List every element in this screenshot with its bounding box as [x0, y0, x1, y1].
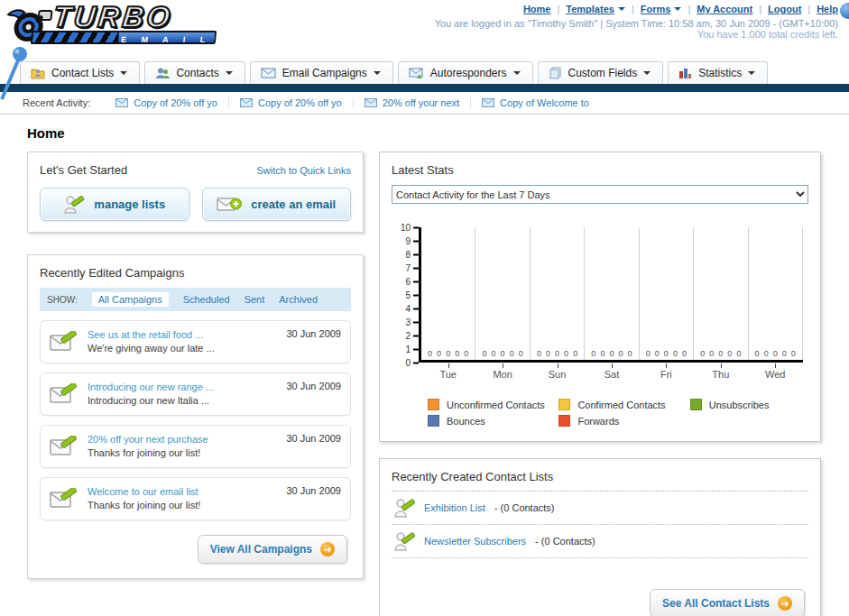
campaign-envelope-icon [50, 488, 78, 510]
filter-sent[interactable]: Sent [245, 294, 265, 305]
bar-value-label: 0 [591, 349, 595, 358]
campaign-envelope-icon [50, 331, 78, 353]
bar-value-label: 0 [455, 349, 459, 358]
contact-list-link[interactable]: Exhibition List [424, 502, 485, 513]
bar-value-label: 0 [736, 349, 741, 358]
legend-item: Unconfirmed Contacts [428, 399, 558, 410]
arrow-right-icon: ➔ [320, 542, 335, 556]
x-axis-label: Mon [475, 369, 529, 380]
filter-archived[interactable]: Archived [279, 294, 318, 305]
filter-scheduled[interactable]: Scheduled [183, 294, 230, 305]
recent-campaigns-title: Recently Edited Campaigns [40, 266, 351, 280]
tab-statistics[interactable]: Statistics [668, 61, 768, 84]
email-campaigns-icon [261, 68, 276, 78]
nav-link-home[interactable]: Home [523, 4, 551, 14]
chart-group: 00000Tue [421, 227, 475, 360]
campaign-date: 30 Jun 2009 [286, 485, 341, 496]
contacts-icon [155, 67, 170, 79]
tab-contacts[interactable]: Contacts [144, 61, 245, 84]
arrow-right-icon: ➔ [778, 596, 792, 611]
campaign-date: 30 Jun 2009 [286, 328, 341, 339]
campaign-filter-bar: SHOW: All Campaigns Scheduled Sent Archi… [40, 288, 351, 311]
latest-stats-panel: Latest Stats Contact Activity for the La… [379, 152, 821, 442]
person-pencil-icon [63, 195, 85, 215]
y-axis-label: 9 [405, 236, 419, 246]
recent-activity-item[interactable]: Copy of 20% off yo [229, 97, 354, 108]
create-email-button[interactable]: create an email [202, 188, 352, 221]
x-axis-label: Sun [531, 369, 584, 380]
y-axis-label: 2 [405, 331, 419, 341]
bar-value-label: 0 [537, 349, 541, 358]
campaign-title-link[interactable]: Introducing our new range ... [88, 381, 214, 394]
nav-link-help[interactable]: Help [817, 4, 838, 14]
tab-contact-lists[interactable]: Contact Lists [20, 61, 140, 84]
nav-link-templates[interactable]: Templates [566, 4, 625, 14]
y-axis-label: 6 [405, 277, 419, 287]
campaign-row: Welcome to our email list Thanks for joi… [40, 477, 351, 520]
tab-autoresponders[interactable]: Autoresponders [398, 61, 533, 84]
tab-label: Contacts [176, 67, 218, 79]
nav-link-my-account[interactable]: My Account [697, 4, 752, 14]
nav-link-logout[interactable]: Logout [768, 4, 801, 14]
legend-swatch [428, 399, 439, 410]
main-nav-tabs: Contact Lists Contacts Email Campaigns A… [0, 58, 849, 84]
campaign-title-link[interactable]: 20% off your next purchase [88, 433, 208, 446]
contact-list-row: Exhibition List - (0 Contacts) [392, 492, 808, 525]
x-axis-tick [503, 363, 503, 368]
legend-swatch [690, 399, 702, 410]
switch-quick-links-link[interactable]: Switch to Quick Links [256, 165, 351, 176]
get-started-title: Let's Get Started [40, 163, 127, 177]
bar-value-label: 0 [482, 349, 486, 358]
campaign-title-link[interactable]: Welcome to our email list [88, 485, 200, 499]
bar-value-label: 0 [546, 349, 550, 358]
person-pencil-icon [393, 497, 415, 519]
chevron-down-icon [674, 7, 681, 11]
legend-item: Bounces [428, 415, 558, 427]
y-axis: 012345678910 [393, 227, 419, 363]
bar-value-label: 0 [700, 349, 705, 358]
recent-activity-item[interactable]: Copy of Welcome to [471, 97, 600, 108]
x-axis-label: Tue [421, 369, 475, 380]
legend-item: Unsubscribes [690, 399, 799, 410]
chart-group: 00000Mon [475, 227, 530, 360]
filter-all-campaigns[interactable]: All Campaigns [92, 292, 169, 307]
chevron-down-icon [120, 71, 127, 75]
x-axis-tick [558, 363, 558, 368]
pin-decoration [0, 45, 31, 101]
bar-value-label: 0 [555, 349, 559, 358]
bar-value-label: 0 [664, 349, 669, 358]
campaign-subtitle: We're giving away our late ... [88, 342, 215, 355]
contact-list-link[interactable]: Newsletter Subscribers [424, 536, 526, 547]
main-content: Home Let's Get Started Switch to Quick L… [0, 115, 849, 616]
envelope-icon [365, 98, 377, 107]
campaign-row: Introducing our new range ... Introducin… [40, 372, 351, 416]
header-right: Home Templates Forms My Account Logout H… [435, 4, 838, 40]
tab-email-campaigns[interactable]: Email Campaigns [250, 61, 393, 84]
nav-link-forms[interactable]: Forms [641, 4, 682, 14]
x-axis-tick [775, 363, 776, 368]
legend-label: Bounces [447, 416, 485, 427]
see-all-contact-lists-button[interactable]: See All Contact Lists ➔ [650, 589, 805, 616]
bar-value-label: 0 [428, 349, 432, 358]
recent-activity-item[interactable]: Copy of 20% off yo [105, 97, 229, 108]
campaign-subtitle: Introducing our new Italia ... [88, 394, 214, 408]
bar-value-label: 0 [619, 349, 623, 358]
recent-activity-item[interactable]: 20% off your next [354, 97, 471, 108]
stats-period-select[interactable]: Contact Activity for the Last 7 Days [392, 185, 808, 204]
tab-custom-fields[interactable]: Custom Fields [538, 61, 664, 84]
view-all-campaigns-button[interactable]: View All Campaigns ➔ [198, 535, 347, 564]
x-axis-label: Wed [749, 369, 802, 380]
y-axis-label: 4 [405, 304, 419, 314]
bar-value-label: 0 [446, 349, 450, 358]
envelope-icon [482, 98, 494, 107]
latest-stats-title: Latest Stats [392, 163, 808, 177]
x-axis-tick [666, 363, 667, 368]
bar-value-label: 0 [718, 349, 723, 358]
contact-list-count: - (0 Contacts) [535, 536, 595, 547]
recent-campaigns-panel: Recently Edited Campaigns SHOW: All Camp… [27, 254, 364, 579]
manage-lists-button[interactable]: manage lists [40, 188, 189, 221]
person-pencil-icon [393, 530, 415, 552]
bar-value-label: 0 [600, 349, 604, 358]
campaign-title-link[interactable]: See us at the retail food ... [88, 328, 215, 342]
campaign-envelope-icon [50, 436, 78, 457]
